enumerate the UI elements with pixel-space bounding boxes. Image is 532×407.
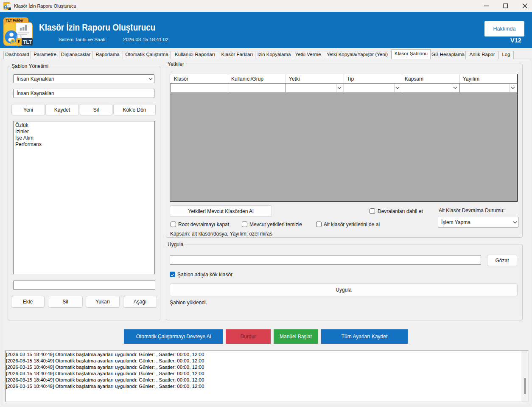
svg-text:TLT: TLT [23, 39, 32, 45]
svg-text:TLT Folder: TLT Folder [6, 19, 24, 22]
